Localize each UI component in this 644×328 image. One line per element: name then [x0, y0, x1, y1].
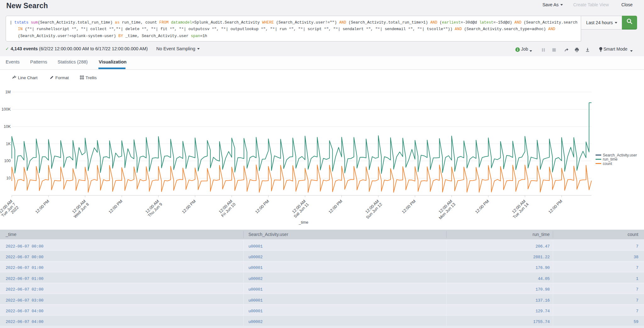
svg-text:12:00 AMTue Jun 14: 12:00 AMTue Jun 14 — [509, 199, 530, 220]
svg-text:12:00 AMMon Jun 13: 12:00 AMMon Jun 13 — [435, 199, 457, 221]
svg-text:12:00 AMSun Jun 12: 12:00 AMSun Jun 12 — [362, 199, 383, 220]
svg-text:_time: _time — [298, 220, 308, 225]
svg-text:100K: 100K — [2, 107, 11, 112]
svg-text:100: 100 — [4, 159, 11, 163]
svg-text:count: count — [603, 161, 612, 166]
svg-text:12:00 PM: 12:00 PM — [34, 199, 50, 215]
svg-text:12:00 PM: 12:00 PM — [108, 199, 123, 215]
svg-text:12:00 AMTue Jun 72022: 12:00 AMTue Jun 72022 — [0, 199, 19, 221]
svg-text:12:00 PM: 12:00 PM — [474, 199, 490, 215]
svg-text:1K: 1K — [6, 142, 11, 146]
svg-text:12:00 AMFri Jun 10: 12:00 AMFri Jun 10 — [217, 199, 236, 218]
svg-text:12:00 AMWed Jun 8: 12:00 AMWed Jun 8 — [69, 199, 90, 219]
svg-text:12:00 PM: 12:00 PM — [401, 199, 417, 215]
svg-text:12:00 PM: 12:00 PM — [181, 199, 197, 215]
svg-text:Search_Activity.user: Search_Activity.user — [603, 153, 637, 157]
svg-text:12:00 PM: 12:00 PM — [547, 199, 563, 215]
svg-text:12:00 AMSat Jun 11: 12:00 AMSat Jun 11 — [290, 199, 310, 219]
svg-text:12:00 AMThu Jun 9: 12:00 AMThu Jun 9 — [144, 199, 163, 218]
svg-text:12:00 PM: 12:00 PM — [328, 199, 343, 215]
svg-text:run_time: run_time — [603, 157, 618, 161]
svg-text:1M: 1M — [5, 90, 11, 94]
svg-text:10K: 10K — [4, 124, 11, 129]
svg-text:10: 10 — [6, 176, 11, 180]
svg-text:12:00 PM: 12:00 PM — [254, 199, 270, 215]
